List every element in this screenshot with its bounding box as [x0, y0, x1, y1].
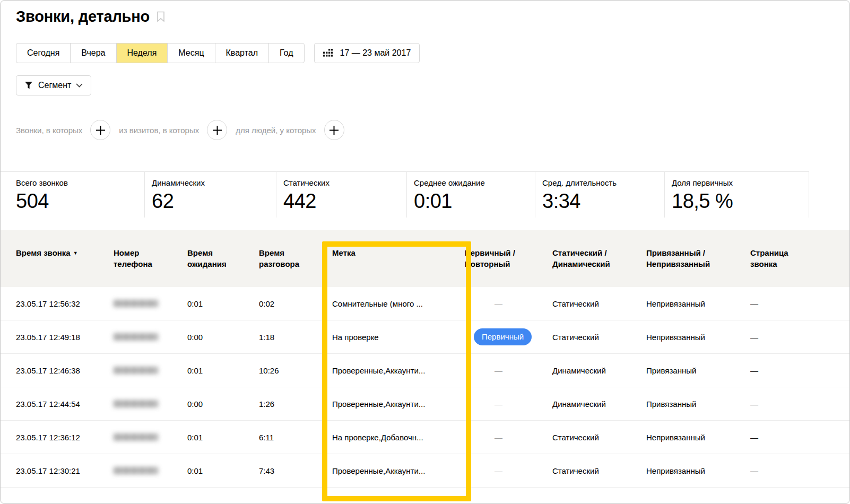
cell-call-page: —: [750, 333, 849, 342]
filter-calls-label: Звонки, в которых: [16, 126, 82, 135]
cell-call-time: 23.05.17 12:30:21: [16, 466, 114, 475]
cell-bound: Непривязанный: [646, 333, 750, 342]
app-window: Звонки, детально Сегодня Вчера Неделя Ме…: [0, 0, 850, 504]
period-tabs: Сегодня Вчера Неделя Месяц Квартал Год: [16, 43, 305, 63]
phone-number-redacted: [114, 300, 158, 307]
calls-table: Время звонка▼ Номертелефона Времяожидани…: [1, 230, 849, 488]
cell-talk-time: 6:11: [259, 433, 332, 442]
metric-label: Среднее ожидание: [414, 178, 535, 187]
tab-today[interactable]: Сегодня: [16, 43, 71, 63]
cell-tag: На проверке,Добавочн...: [332, 433, 465, 442]
summary-metrics: Всего звонков 504 Динамических 62 Статич…: [1, 171, 809, 218]
metric-value: 62: [152, 190, 276, 213]
cell-primary: Первичный: [465, 328, 552, 345]
cell-bound: Непривязанный: [646, 433, 750, 442]
cell-primary: —: [465, 466, 552, 475]
cell-static-dynamic: Статический: [552, 466, 646, 475]
metric-label: Всего звонков: [16, 178, 144, 187]
table-row[interactable]: 23.05.17 12:56:32 0:01 0:02 Сомнительные…: [1, 287, 849, 320]
cell-primary: —: [465, 433, 552, 442]
table-row[interactable]: 23.05.17 12:49:18 0:00 1:18 На проверке …: [1, 320, 849, 354]
cell-phone: [114, 467, 187, 474]
date-range-label: 17 — 23 май 2017: [340, 48, 411, 58]
metric-avg-wait: Среднее ожидание 0:01: [407, 172, 535, 218]
cell-static-dynamic: Статический: [552, 333, 646, 342]
metric-label: Доля первичных: [672, 178, 809, 187]
cell-call-page: —: [750, 299, 849, 308]
table-row[interactable]: 23.05.17 12:30:21 0:01 7:43 Проверенные,…: [1, 454, 849, 488]
metric-value: 442: [283, 190, 406, 213]
column-header-wait-time: Времяожидания: [187, 247, 259, 287]
cell-tag: Проверенные,Аккаунти...: [332, 399, 465, 409]
phone-number-redacted: [114, 367, 158, 374]
phone-number-redacted: [114, 433, 158, 441]
cell-bound: Привязанный: [646, 399, 750, 409]
table-row[interactable]: 23.05.17 12:46:38 0:01 10:26 Проверенные…: [1, 354, 849, 387]
metric-dynamic: Динамических 62: [145, 172, 276, 218]
cell-tag: Проверенные,Аккаунти...: [332, 466, 465, 475]
cell-bound: Непривязанный: [646, 299, 750, 308]
add-people-filter-button[interactable]: [324, 120, 344, 140]
cell-static-dynamic: Статический: [552, 433, 646, 442]
cell-wait-time: 0:00: [187, 333, 259, 342]
column-header-primary-repeat: Первичный /Повторный: [465, 247, 552, 287]
plus-icon: [213, 126, 222, 135]
cell-call-page: —: [750, 466, 849, 475]
cell-talk-time: 10:26: [259, 366, 332, 375]
cell-call-page: —: [750, 399, 849, 409]
metric-value: 0:01: [414, 190, 535, 213]
tab-week[interactable]: Неделя: [116, 43, 168, 63]
cell-phone: [114, 367, 187, 374]
cell-phone: [114, 400, 187, 407]
cell-wait-time: 0:01: [187, 366, 259, 375]
cell-call-page: —: [750, 433, 849, 442]
table-row[interactable]: 23.05.17 12:36:12 0:01 6:11 На проверке,…: [1, 421, 849, 454]
date-range-picker[interactable]: 17 — 23 май 2017: [314, 43, 420, 63]
period-toolbar: Сегодня Вчера Неделя Месяц Квартал Год 1…: [16, 43, 420, 63]
segment-button[interactable]: Сегмент: [16, 75, 91, 95]
cell-static-dynamic: Динамический: [552, 399, 646, 409]
cell-tag: Сомнительные (много ...: [332, 299, 465, 308]
column-header-phone: Номертелефона: [114, 247, 187, 287]
chevron-down-icon: [76, 83, 83, 88]
table-header-row: Время звонка▼ Номертелефона Времяожидани…: [1, 230, 849, 287]
cell-static-dynamic: Динамический: [552, 366, 646, 375]
add-call-filter-button[interactable]: [90, 120, 110, 140]
cell-tag: На проверке: [332, 333, 465, 342]
calendar-grid-icon: [323, 49, 334, 57]
cell-phone: [114, 433, 187, 441]
cell-bound: Привязанный: [646, 366, 750, 375]
cell-static-dynamic: Статический: [552, 299, 646, 308]
page-header: Звонки, детально: [16, 8, 165, 25]
metric-label: Статических: [283, 178, 406, 187]
phone-number-redacted: [114, 467, 158, 474]
column-header-call-time[interactable]: Время звонка▼: [16, 247, 114, 287]
column-header-talk-time: Времяразговора: [259, 247, 332, 287]
cell-bound: Непривязанный: [646, 466, 750, 475]
tab-year[interactable]: Год: [268, 43, 304, 63]
cell-phone: [114, 300, 187, 307]
segment-label: Сегмент: [38, 81, 71, 90]
page-title: Звонки, детально: [16, 8, 150, 25]
tab-month[interactable]: Месяц: [167, 43, 215, 63]
column-header-static-dynamic: Статический /Динамический: [552, 247, 646, 287]
cell-phone: [114, 333, 187, 341]
metric-static: Статических 442: [276, 172, 407, 218]
plus-icon: [329, 126, 339, 135]
filter-people-label: для людей, у которых: [236, 126, 316, 135]
column-header-bound-unbound: Привязанный /Непривязанный: [646, 247, 750, 287]
cell-call-time: 23.05.17 12:36:12: [16, 433, 114, 442]
metric-label: Сред. длительность: [542, 178, 664, 187]
tab-yesterday[interactable]: Вчера: [70, 43, 116, 63]
phone-number-redacted: [114, 333, 158, 341]
metric-value: 504: [16, 190, 144, 213]
cell-wait-time: 0:00: [187, 399, 259, 409]
funnel-icon: [24, 81, 33, 90]
cell-wait-time: 0:01: [187, 433, 259, 442]
table-row[interactable]: 23.05.17 12:44:54 0:00 1:26 Проверенные,…: [1, 387, 849, 421]
tab-quarter[interactable]: Квартал: [215, 43, 269, 63]
cell-wait-time: 0:01: [187, 466, 259, 475]
bookmark-icon[interactable]: [157, 11, 165, 24]
sort-desc-icon: ▼: [73, 250, 78, 256]
add-visit-filter-button[interactable]: [207, 120, 227, 140]
